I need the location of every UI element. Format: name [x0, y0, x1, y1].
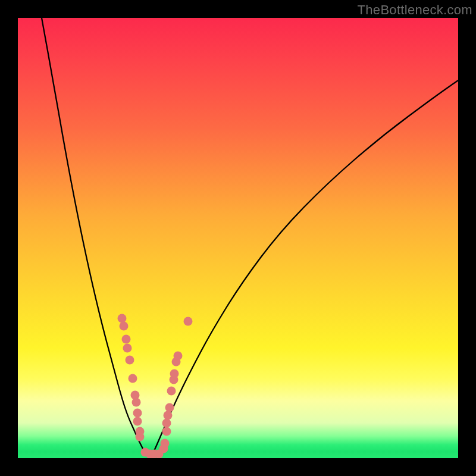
data-point	[165, 403, 174, 412]
data-point	[118, 314, 127, 323]
data-point	[184, 317, 193, 326]
data-point	[133, 409, 142, 418]
marker-layer	[118, 314, 193, 459]
chart-frame: TheBottleneck.com	[0, 0, 476, 476]
watermark-text: TheBottleneck.com	[358, 2, 472, 18]
data-point	[132, 398, 141, 407]
data-point	[133, 417, 142, 426]
curve-right	[150, 80, 458, 458]
curve-layer	[42, 18, 458, 458]
data-point	[120, 322, 129, 331]
data-point	[129, 374, 137, 383]
data-point	[123, 344, 132, 353]
data-point	[162, 427, 171, 436]
data-point	[161, 439, 170, 448]
data-point	[170, 369, 179, 378]
data-point	[136, 433, 145, 441]
data-point	[167, 387, 176, 396]
data-point	[164, 411, 173, 420]
data-point	[122, 335, 131, 344]
data-point	[174, 352, 183, 361]
data-point	[162, 419, 171, 428]
data-point	[126, 356, 134, 365]
chart-svg	[18, 18, 458, 458]
